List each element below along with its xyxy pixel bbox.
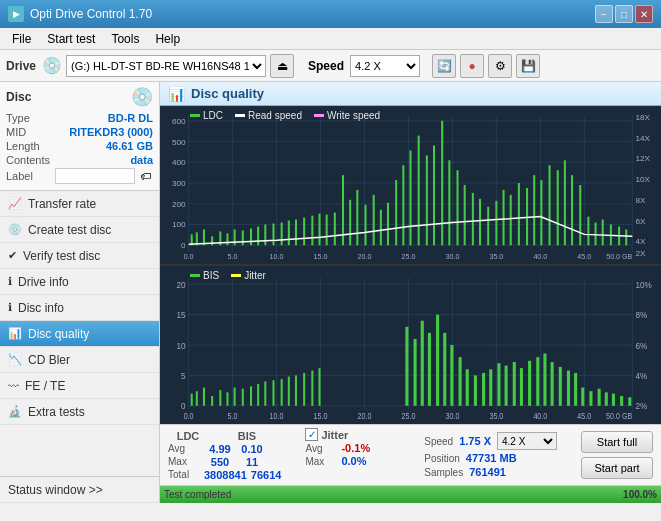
read-speed-legend-dot bbox=[235, 114, 245, 117]
refresh-button[interactable]: 🔄 bbox=[432, 54, 456, 78]
nav-transfer-rate[interactable]: 📈 Transfer rate bbox=[0, 191, 159, 217]
speed-select-stat[interactable]: 4.2 X bbox=[497, 432, 557, 450]
svg-rect-128 bbox=[250, 386, 252, 405]
svg-text:30.0: 30.0 bbox=[445, 253, 459, 260]
settings-button[interactable]: ⚙ bbox=[488, 54, 512, 78]
disc-length-label: Length bbox=[6, 140, 40, 152]
drive-info-icon: ℹ bbox=[8, 275, 12, 288]
svg-rect-162 bbox=[589, 391, 592, 406]
minimize-button[interactable]: − bbox=[595, 5, 613, 23]
svg-rect-167 bbox=[628, 397, 631, 406]
svg-rect-147 bbox=[474, 375, 477, 405]
samples-val: 761491 bbox=[469, 466, 506, 478]
svg-text:50.0 GB: 50.0 GB bbox=[606, 253, 633, 260]
svg-text:0: 0 bbox=[181, 241, 186, 250]
menu-file[interactable]: File bbox=[4, 30, 39, 48]
svg-rect-63 bbox=[526, 188, 528, 245]
nav-disc-quality[interactable]: 📊 Disc quality bbox=[0, 321, 159, 347]
start-full-button[interactable]: Start full bbox=[581, 431, 653, 453]
menu-bar: File Start test Tools Help bbox=[0, 28, 661, 50]
svg-text:20: 20 bbox=[176, 279, 185, 290]
svg-rect-30 bbox=[272, 224, 274, 246]
svg-rect-140 bbox=[421, 321, 424, 406]
nav-create-test-disc[interactable]: 💿 Create test disc bbox=[0, 217, 159, 243]
total-ldc: 3808841 bbox=[204, 469, 247, 481]
svg-rect-42 bbox=[364, 205, 366, 245]
nav-disc-info[interactable]: ℹ Disc info bbox=[0, 295, 159, 321]
svg-text:100: 100 bbox=[172, 221, 186, 230]
svg-rect-157 bbox=[551, 362, 554, 406]
svg-text:8X: 8X bbox=[635, 196, 646, 205]
svg-text:2%: 2% bbox=[635, 401, 647, 412]
svg-rect-56 bbox=[472, 193, 474, 245]
svg-text:15.0: 15.0 bbox=[314, 253, 328, 260]
svg-text:8%: 8% bbox=[635, 310, 647, 321]
svg-rect-54 bbox=[457, 170, 459, 245]
svg-rect-160 bbox=[574, 373, 577, 406]
menu-start-test[interactable]: Start test bbox=[39, 30, 103, 48]
menu-tools[interactable]: Tools bbox=[103, 30, 147, 48]
svg-rect-151 bbox=[505, 366, 508, 406]
svg-rect-70 bbox=[579, 185, 581, 245]
save-button[interactable]: 💾 bbox=[516, 54, 540, 78]
disc-button[interactable]: ● bbox=[460, 54, 484, 78]
svg-rect-124 bbox=[219, 390, 221, 406]
title-bar: ▶ Opti Drive Control 1.70 − □ ✕ bbox=[0, 0, 661, 28]
start-part-button[interactable]: Start part bbox=[581, 457, 653, 479]
svg-rect-141 bbox=[428, 333, 431, 406]
bottom-chart: BIS Jitter bbox=[160, 266, 661, 424]
svg-rect-158 bbox=[559, 367, 562, 406]
svg-rect-134 bbox=[295, 375, 297, 405]
svg-rect-131 bbox=[272, 380, 274, 406]
svg-rect-28 bbox=[257, 226, 259, 245]
sidebar: Disc 💿 Type BD-R DL MID RITEKDR3 (000) L… bbox=[0, 82, 160, 503]
disc-contents-label: Contents bbox=[6, 154, 50, 166]
svg-rect-121 bbox=[196, 391, 198, 406]
status-section: Status window >> bbox=[0, 476, 159, 503]
svg-rect-154 bbox=[528, 361, 531, 406]
jitter-label: Jitter bbox=[321, 429, 348, 441]
app-icon: ▶ bbox=[8, 6, 24, 22]
eject-button[interactable]: ⏏ bbox=[270, 54, 294, 78]
maximize-button[interactable]: □ bbox=[615, 5, 633, 23]
speed-select[interactable]: 4.2 X bbox=[350, 55, 420, 77]
svg-rect-166 bbox=[620, 396, 623, 406]
svg-text:4%: 4% bbox=[635, 370, 647, 381]
drive-icon: 💿 bbox=[42, 56, 62, 75]
verify-icon: ✔ bbox=[8, 249, 17, 262]
transfer-rate-icon: 📈 bbox=[8, 197, 22, 210]
svg-rect-45 bbox=[387, 203, 389, 245]
svg-rect-69 bbox=[571, 175, 573, 245]
svg-text:35.0: 35.0 bbox=[489, 412, 503, 422]
svg-rect-127 bbox=[242, 389, 244, 406]
disc-label-icon[interactable]: 🏷 bbox=[137, 168, 153, 184]
svg-text:6X: 6X bbox=[635, 217, 646, 226]
svg-text:5: 5 bbox=[181, 370, 186, 381]
svg-rect-71 bbox=[587, 217, 589, 246]
close-button[interactable]: ✕ bbox=[635, 5, 653, 23]
svg-rect-136 bbox=[311, 371, 313, 406]
disc-contents-value: data bbox=[130, 154, 153, 166]
jitter-checkbox[interactable]: ✓ bbox=[305, 428, 318, 441]
nav-extra-tests[interactable]: 🔬 Extra tests bbox=[0, 399, 159, 425]
svg-rect-138 bbox=[405, 327, 408, 406]
svg-text:25.0: 25.0 bbox=[401, 412, 415, 422]
svg-rect-47 bbox=[402, 165, 404, 245]
svg-text:40.0: 40.0 bbox=[533, 253, 547, 260]
nav-verify-test-disc[interactable]: ✔ Verify test disc bbox=[0, 243, 159, 269]
nav-cd-bler[interactable]: 📉 CD Bler bbox=[0, 347, 159, 373]
disc-label-label: Label bbox=[6, 170, 33, 182]
menu-help[interactable]: Help bbox=[147, 30, 188, 48]
status-window-button[interactable]: Status window >> bbox=[0, 477, 159, 503]
toolbar: Drive 💿 (G:) HL-DT-ST BD-RE WH16NS48 1.D… bbox=[0, 50, 661, 82]
disc-label-input[interactable] bbox=[55, 168, 135, 184]
drive-select[interactable]: (G:) HL-DT-ST BD-RE WH16NS48 1.D3 bbox=[66, 55, 266, 77]
nav-fe-te[interactable]: 〰 FE / TE bbox=[0, 373, 159, 399]
svg-rect-159 bbox=[567, 371, 570, 406]
nav-drive-info[interactable]: ℹ Drive info bbox=[0, 269, 159, 295]
svg-rect-125 bbox=[226, 392, 228, 405]
svg-rect-155 bbox=[536, 357, 539, 406]
avg-jitter: -0.1% bbox=[341, 442, 370, 454]
svg-rect-76 bbox=[625, 229, 627, 245]
svg-rect-32 bbox=[288, 221, 290, 246]
